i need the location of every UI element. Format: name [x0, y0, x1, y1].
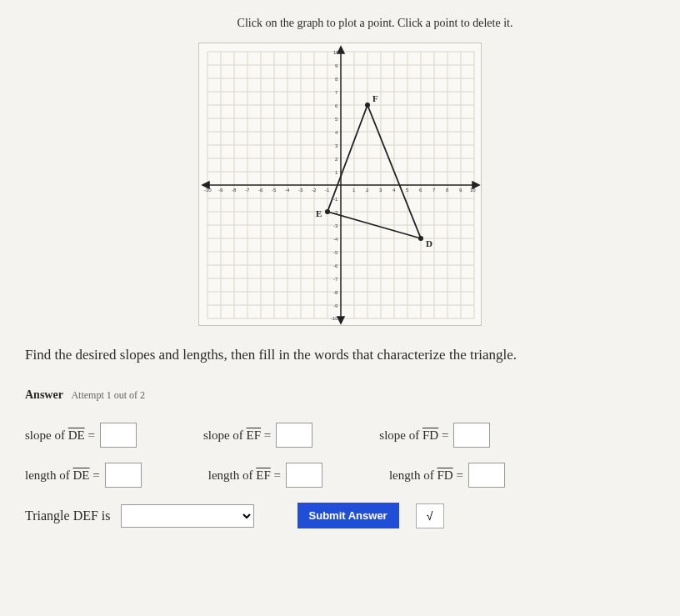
svg-marker-45 [338, 317, 344, 323]
svg-text:6: 6 [419, 188, 422, 193]
svg-text:1: 1 [335, 170, 338, 175]
svg-text:-6: -6 [258, 188, 263, 193]
slope-DE-input[interactable] [100, 423, 137, 448]
graph-container: -10-9-8-7-6-5-4-3-2-1 12345678910 109876… [17, 43, 663, 326]
triangle-classify-select[interactable] [121, 504, 254, 528]
svg-point-88 [325, 209, 330, 214]
coordinate-graph[interactable]: -10-9-8-7-6-5-4-3-2-1 12345678910 109876… [198, 43, 482, 326]
svg-text:9: 9 [459, 188, 462, 193]
svg-point-89 [365, 103, 370, 108]
svg-text:-1: -1 [325, 188, 330, 193]
graph-svg: -10-9-8-7-6-5-4-3-2-1 12345678910 109876… [199, 43, 482, 327]
svg-text:6: 6 [335, 103, 338, 108]
slope-DE-field: slope of DE = [25, 423, 137, 448]
svg-text:-8: -8 [232, 188, 237, 193]
svg-text:-4: -4 [333, 237, 338, 242]
slope-EF-input[interactable] [276, 423, 312, 448]
question-text: Find the desired slopes and lengths, the… [25, 347, 655, 363]
point-label-F: F [372, 93, 378, 103]
svg-text:5: 5 [406, 188, 409, 193]
attempt-text: Attempt 1 out of 2 [71, 389, 145, 401]
svg-text:9: 9 [335, 63, 338, 68]
svg-text:-5: -5 [272, 188, 277, 193]
svg-text:2: 2 [366, 188, 369, 193]
svg-text:10: 10 [470, 188, 476, 193]
slope-FD-field: slope of FD = [379, 423, 490, 448]
svg-point-87 [418, 236, 423, 241]
svg-text:8: 8 [335, 77, 338, 82]
plot-instruction: Click on the graph to plot a point. Clic… [167, 17, 583, 30]
length-DE-field: length of DE = [25, 463, 142, 488]
length-EF-input[interactable] [286, 463, 322, 488]
svg-text:-1: -1 [333, 197, 338, 202]
svg-text:4: 4 [392, 188, 396, 193]
length-FD-field: length of FD = [389, 463, 505, 488]
answer-header: Answer Attempt 1 out of 2 [25, 388, 655, 402]
submit-button[interactable]: Submit Answer [298, 503, 399, 528]
svg-text:-3: -3 [298, 188, 303, 193]
answer-label: Answer [25, 388, 63, 401]
svg-text:-10: -10 [331, 316, 338, 321]
svg-text:-10: -10 [204, 188, 212, 193]
classify-label: Triangle DEF is [25, 508, 111, 523]
svg-text:-4: -4 [285, 188, 290, 193]
svg-text:4: 4 [335, 130, 338, 135]
svg-text:10: 10 [333, 50, 339, 55]
point-label-E: E [316, 208, 322, 218]
length-FD-input[interactable] [468, 463, 505, 488]
svg-text:1: 1 [352, 188, 356, 193]
svg-text:-8: -8 [333, 290, 338, 295]
svg-text:5: 5 [335, 117, 338, 122]
svg-text:-3: -3 [333, 223, 338, 228]
svg-text:-9: -9 [218, 188, 223, 193]
svg-text:-5: -5 [333, 250, 338, 255]
svg-text:-7: -7 [245, 188, 250, 193]
point-label-D: D [426, 238, 432, 248]
length-EF-field: length of EF = [208, 463, 322, 488]
svg-text:2: 2 [335, 157, 338, 162]
svg-text:7: 7 [335, 90, 338, 95]
svg-text:3: 3 [379, 188, 382, 193]
slope-EF-field: slope of EF = [203, 423, 312, 448]
svg-text:-6: -6 [333, 263, 338, 268]
svg-text:-2: -2 [312, 188, 317, 193]
svg-text:7: 7 [432, 188, 436, 193]
svg-text:8: 8 [446, 188, 449, 193]
svg-text:3: 3 [335, 143, 338, 148]
svg-text:-9: -9 [333, 303, 338, 308]
sqrt-button[interactable]: √ [416, 503, 444, 528]
slope-FD-input[interactable] [453, 423, 490, 448]
svg-text:-7: -7 [333, 277, 338, 282]
length-DE-input[interactable] [105, 463, 142, 488]
